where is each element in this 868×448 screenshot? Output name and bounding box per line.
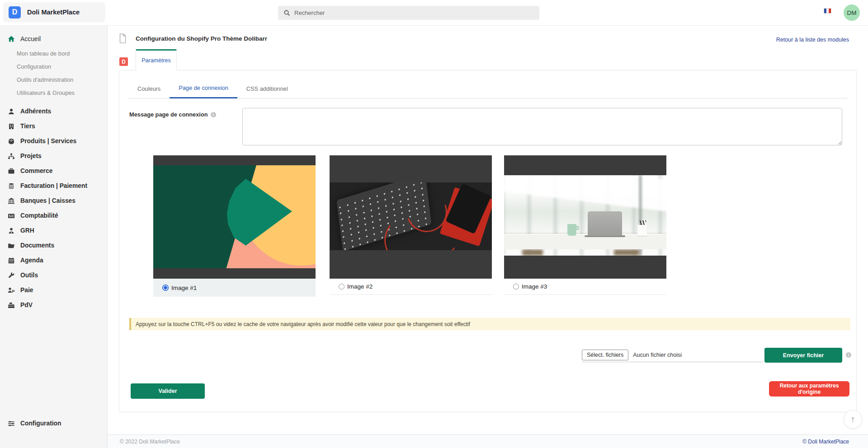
sidebar-item-utilisateurs-groupes[interactable]: Utilisateurs & Groupes [0, 86, 107, 99]
folder-icon [8, 242, 15, 249]
message-label: Message page de connexion i [129, 111, 216, 118]
image-3-radio-row[interactable]: Image #3 [504, 279, 666, 295]
sidebar-item-adherents[interactable]: Adhérents [0, 104, 107, 119]
brand-name: Doli MarketPlace [27, 9, 80, 16]
dark-laptop-image [330, 182, 492, 250]
document-icon [118, 33, 127, 43]
user-tie-icon [8, 227, 15, 234]
upload-info-icon: i [846, 352, 851, 358]
sidebar-item-agenda[interactable]: Agenda [0, 253, 107, 268]
coins-icon [8, 182, 15, 190]
valider-button[interactable]: Valider [131, 383, 205, 399]
wrench-icon [8, 272, 15, 279]
sidebar-item-comptabilite[interactable]: Comptabilité [0, 208, 107, 223]
radio-selected-icon[interactable] [162, 285, 169, 291]
image-1-radio-row[interactable]: Image #1 [153, 279, 316, 297]
sidebar-item-accueil[interactable]: Accueil [0, 31, 107, 46]
image-2-radio-row[interactable]: Image #2 [330, 279, 492, 295]
select-files-button[interactable]: Sélect. fichiers [582, 350, 628, 360]
language-flag-icon[interactable] [824, 8, 831, 14]
sidebar: Accueil Mon tableau de bord Configuratio… [0, 26, 108, 448]
file-chosen-status: Aucun fichier choisi [633, 352, 682, 358]
main-content: Configuration du Shopify Pro Thème Dolib… [108, 26, 868, 434]
sidebar-item-tiers[interactable]: Tiers [0, 119, 107, 134]
home-icon [8, 35, 15, 42]
tab-css-additionnel[interactable]: CSS additionnel [237, 79, 297, 98]
search-input[interactable]: Rechercher [278, 6, 539, 20]
avatar[interactable]: DM [844, 5, 860, 21]
login-image-option-1: Image #1 [153, 155, 316, 297]
user-icon [8, 108, 15, 115]
login-image-1-preview[interactable] [153, 155, 316, 279]
bank-icon [8, 197, 15, 205]
sidebar-item-paie[interactable]: P Paie [0, 283, 107, 298]
sidebar-item-projets[interactable]: Projets [0, 149, 107, 163]
footer: © 2022 Doli MarketPlace © Doli MarketPla… [108, 434, 868, 448]
sidebar-item-facturation-paiement[interactable]: Facturation | Paiement [0, 178, 107, 193]
tab-parametres[interactable]: Paramètres [136, 49, 177, 70]
arrow-up-icon: ↑ [851, 415, 855, 425]
sidebar-home-subitems: Mon tableau de bord Configuration Outils… [0, 47, 107, 99]
calendar-icon [8, 257, 15, 264]
tab-page-de-connexion[interactable]: Page de connexion [170, 79, 237, 98]
sidebar-item-pdv[interactable]: PdV [0, 298, 107, 313]
sidebar-item-documents[interactable]: Documents [0, 238, 107, 253]
file-input: Sélect. fichiers Aucun fichier choisi [582, 348, 764, 362]
login-image-option-3: Image #3 [504, 155, 666, 295]
page-title: Configuration du Shopify Pro Thème Dolib… [136, 35, 267, 42]
sidebar-item-outils[interactable]: Outils [0, 268, 107, 283]
payroll-icon: P [8, 287, 15, 294]
top-header: D Doli MarketPlace Rechercher DM [0, 0, 868, 26]
cash-register-icon [8, 302, 15, 309]
settings-card: Couleurs Page de connexion CSS additionn… [119, 70, 857, 412]
sidebar-item-banques-caisses[interactable]: Banques | Caisses [0, 193, 107, 208]
info-icon: i [211, 112, 216, 117]
radio-unselected-icon[interactable] [339, 284, 344, 289]
app-root: D Doli MarketPlace Rechercher DM Accueil… [0, 0, 868, 448]
footer-brand-link[interactable]: © Doli MarketPlace [802, 439, 849, 445]
sidebar-item-grh[interactable]: GRH [0, 223, 107, 238]
sidebar-item-configuration-bottom[interactable]: Configuration [0, 416, 107, 431]
sidebar-item-configuration[interactable]: Configuration [0, 60, 107, 73]
cache-warning-banner: Appuyez sur la touche CTRL+F5 ou videz l… [129, 318, 850, 330]
footer-copyright: © 2022 Doli MarketPlace [120, 439, 180, 445]
brand-logo[interactable]: D Doli MarketPlace [3, 2, 105, 22]
upload-file-button[interactable]: Envoyer fichier [764, 348, 842, 363]
login-image-option-2: Image #2 [330, 155, 492, 295]
settings-tabs: Couleurs Page de connexion CSS additionn… [128, 79, 847, 98]
sidebar-item-outils-administration[interactable]: Outils d'administration [0, 73, 107, 86]
svg-text:P: P [12, 289, 15, 294]
briefcase-icon [8, 168, 15, 175]
abstract-art-image [153, 165, 316, 268]
search-placeholder: Rechercher [294, 9, 325, 16]
login-image-3-preview[interactable] [504, 155, 666, 279]
sidebar-item-produits-services[interactable]: Produits | Services [0, 134, 107, 149]
sidebar-item-commerce[interactable]: Commerce [0, 163, 107, 178]
search-icon [283, 9, 290, 16]
tab-couleurs[interactable]: Couleurs [128, 79, 170, 98]
money-check-icon [8, 212, 15, 219]
sidebar-item-tableau-de-bord[interactable]: Mon tableau de bord [0, 47, 107, 60]
module-logo-icon: D [119, 57, 128, 66]
back-to-modules-link[interactable]: Retour à la liste des modules [776, 37, 849, 43]
message-textarea[interactable] [242, 108, 842, 145]
reset-defaults-button[interactable]: Retour aux paramètres d'origine [769, 381, 849, 397]
cube-icon [8, 138, 15, 145]
scroll-to-top-button[interactable]: ↑ [844, 410, 862, 429]
building-icon [8, 123, 15, 130]
sliders-icon [8, 420, 15, 427]
bright-office-image [504, 175, 666, 256]
brand-logo-icon: D [9, 6, 21, 19]
radio-unselected-icon[interactable] [513, 284, 519, 289]
project-diagram-icon [8, 153, 15, 160]
login-image-2-preview[interactable] [330, 155, 492, 279]
